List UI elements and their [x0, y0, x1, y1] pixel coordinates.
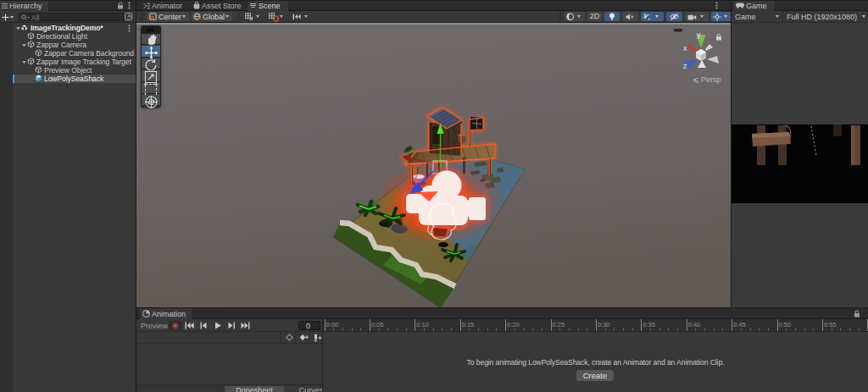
svg-text:z: z	[683, 62, 687, 70]
svg-text:y: y	[697, 30, 701, 39]
svg-text:x: x	[683, 44, 687, 52]
svg-text:⩽ Persp: ⩽ Persp	[693, 75, 721, 84]
